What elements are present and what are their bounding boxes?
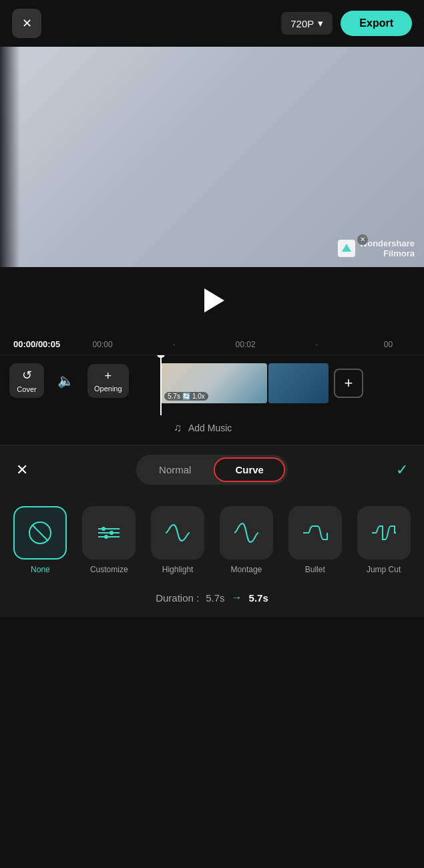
time-marker-1: 00:02 (210, 340, 281, 349)
timeline-section: 00:00/00:05 00:00 · 00:02 · 00 ↺ Cover 🔈… (0, 334, 424, 445)
add-music-row[interactable]: ♫ Add Music (0, 415, 424, 445)
opening-button[interactable]: + Opening (87, 364, 129, 398)
video-preview: ✕ Wondershare Filmora (0, 47, 424, 267)
time-marker-dot-1: · (138, 340, 210, 349)
refresh-icon: ↺ (22, 368, 32, 383)
curve-icon-highlight (151, 506, 204, 560)
duration-to: 5.7s (249, 592, 268, 604)
filmora-logo-icon (338, 240, 355, 257)
curve-item-highlight[interactable]: Highlight (146, 506, 210, 574)
curve-label-none: None (31, 565, 50, 574)
resolution-label: 720P (290, 18, 314, 29)
close-button[interactable]: ✕ (12, 9, 41, 38)
confirm-button[interactable]: ✓ (393, 459, 411, 481)
duration-row: Duration : 5.7s → 5.7s (0, 581, 424, 617)
track-controls: ↺ Cover 🔈 + Opening (0, 363, 160, 398)
curve-icon-jumpcut (357, 506, 411, 560)
svg-point-6 (101, 527, 105, 531)
add-music-label: Add Music (188, 423, 232, 433)
clip-speed: 1.0x (192, 393, 205, 400)
clip-badge: 5.7s 🔄 1.0x (164, 392, 208, 401)
mode-tabs: Normal Curve (136, 455, 288, 485)
volume-icon[interactable]: 🔈 (57, 373, 74, 389)
duration-arrow-icon: → (232, 592, 242, 604)
play-button[interactable] (204, 288, 224, 312)
top-bar: ✕ 720P ▾ Export (0, 0, 424, 47)
clip-thumbnail-2[interactable] (268, 363, 329, 403)
curve-label-customize: Customize (90, 565, 128, 574)
close-mode-button[interactable]: ✕ (13, 459, 31, 481)
timeline-needle (160, 355, 162, 415)
svg-marker-0 (342, 244, 351, 252)
svg-point-7 (110, 531, 114, 535)
time-row: 00:00/00:05 00:00 · 00:02 · 00 (0, 334, 424, 355)
music-note-icon: ♫ (174, 422, 182, 434)
curve-icon-montage (220, 506, 273, 560)
plus-icon: + (105, 369, 112, 383)
curve-options: None Customize Highlight (0, 494, 424, 581)
svg-point-8 (104, 535, 108, 539)
watermark-close-icon[interactable]: ✕ (357, 234, 368, 245)
cover-button[interactable]: ↺ Cover (9, 363, 44, 398)
tab-normal[interactable]: Normal (139, 457, 211, 482)
duration-label: Duration : (156, 592, 199, 604)
clip-thumbnail-1[interactable]: 5.7s 🔄 1.0x (160, 363, 267, 403)
close-icon: ✕ (22, 16, 32, 31)
tab-curve[interactable]: Curve (214, 457, 285, 482)
top-right-controls: 720P ▾ Export (281, 11, 412, 36)
curve-icon-customize (82, 506, 136, 560)
time-marker-2: 00 (353, 340, 424, 349)
svg-line-2 (32, 525, 48, 541)
time-marker-0: 00:00 (67, 340, 138, 349)
curve-icon-bullet (288, 506, 342, 560)
watermark: ✕ Wondershare Filmora (338, 238, 415, 259)
mode-selector: ✕ Normal Curve ✓ (0, 445, 424, 494)
clip-duration: 5.7s (168, 393, 180, 400)
opening-label: Opening (94, 385, 122, 393)
playback-area (0, 267, 424, 334)
timeline-tracks: ↺ Cover 🔈 + Opening 5.7s 🔄 1.0x + (0, 355, 424, 415)
time-marker-dot-2: · (281, 340, 353, 349)
curve-item-montage[interactable]: Montage (214, 506, 278, 574)
cover-label: Cover (17, 385, 36, 393)
time-markers: 00:00 · 00:02 · 00 (60, 340, 424, 349)
curve-item-jumpcut[interactable]: Jump Cut (351, 506, 416, 574)
add-clip-icon: + (345, 375, 353, 392)
time-current: 00:00/00:05 (0, 339, 60, 349)
speed-icon: 🔄 (182, 393, 190, 400)
curve-item-none[interactable]: None (8, 506, 73, 574)
left-shadow (0, 47, 20, 267)
curve-label-bullet: Bullet (305, 565, 325, 574)
export-button[interactable]: Export (341, 11, 412, 36)
resolution-button[interactable]: 720P ▾ (281, 12, 333, 35)
curve-icon-none (13, 506, 67, 560)
duration-from: 5.7s (206, 592, 224, 604)
curve-label-montage: Montage (231, 565, 262, 574)
curve-item-customize[interactable]: Customize (77, 506, 142, 574)
chevron-down-icon: ▾ (318, 17, 323, 29)
curve-label-highlight: Highlight (162, 565, 194, 574)
curve-item-bullet[interactable]: Bullet (282, 506, 347, 574)
curve-label-jumpcut: Jump Cut (367, 565, 401, 574)
add-clip-button[interactable]: + (334, 369, 363, 398)
clip-track: 5.7s 🔄 1.0x + (160, 363, 424, 403)
